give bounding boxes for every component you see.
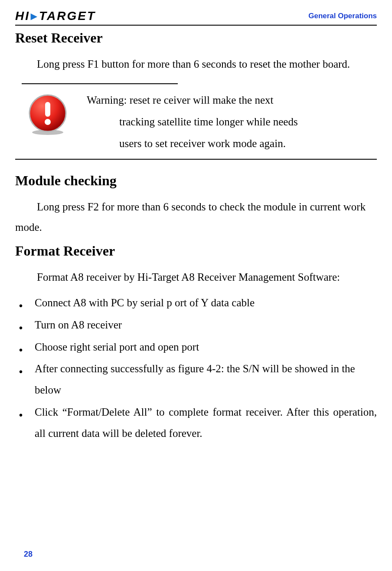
svg-point-3: [45, 119, 51, 125]
header-section-label: General Operations: [308, 12, 377, 20]
page-header: HI ▸ TARGET General Operations: [15, 9, 377, 26]
logo-text-left: HI: [15, 9, 30, 23]
svg-rect-2: [45, 102, 50, 117]
heading-format-receiver: Format Receiver: [15, 243, 377, 259]
warning-block: Warning: reset re ceiver will make the n…: [15, 89, 377, 160]
warning-line-1: Warning: reset re ceiver will make the n…: [87, 89, 298, 111]
logo-arrow-icon: ▸: [31, 9, 38, 23]
format-steps-list: Connect A8 with PC by serial p ort of Y …: [15, 292, 377, 444]
module-checking-body: Long press F2 for more than 6 seconds to…: [15, 197, 377, 238]
warning-line-2: tracking satellite time longer while nee…: [87, 111, 298, 133]
warning-top-rule: [22, 83, 178, 84]
list-item: After connecting successfully as figure …: [15, 358, 377, 401]
heading-reset-receiver: Reset Receiver: [15, 30, 377, 46]
warning-text: Warning: reset re ceiver will make the n…: [87, 89, 298, 154]
list-item: Choose right serial port and open port: [15, 337, 377, 358]
list-item: Connect A8 with PC by serial p ort of Y …: [15, 292, 377, 314]
page-number: 28: [24, 550, 33, 559]
warning-line-3: users to set receiver work mode again.: [87, 133, 298, 154]
list-item: Turn on A8 receiver: [15, 315, 377, 336]
logo: HI ▸ TARGET: [15, 9, 96, 23]
reset-receiver-body: Long press F1 button for more than 6 sec…: [15, 54, 377, 75]
warning-icon: [24, 90, 72, 138]
heading-module-checking: Module checking: [15, 173, 377, 189]
list-item: Click “Format/Delete All” to complete fo…: [15, 402, 377, 444]
format-receiver-intro: Format A8 receiver by Hi-Target A8 Recei…: [15, 267, 377, 288]
logo-text-right: TARGET: [39, 9, 96, 23]
